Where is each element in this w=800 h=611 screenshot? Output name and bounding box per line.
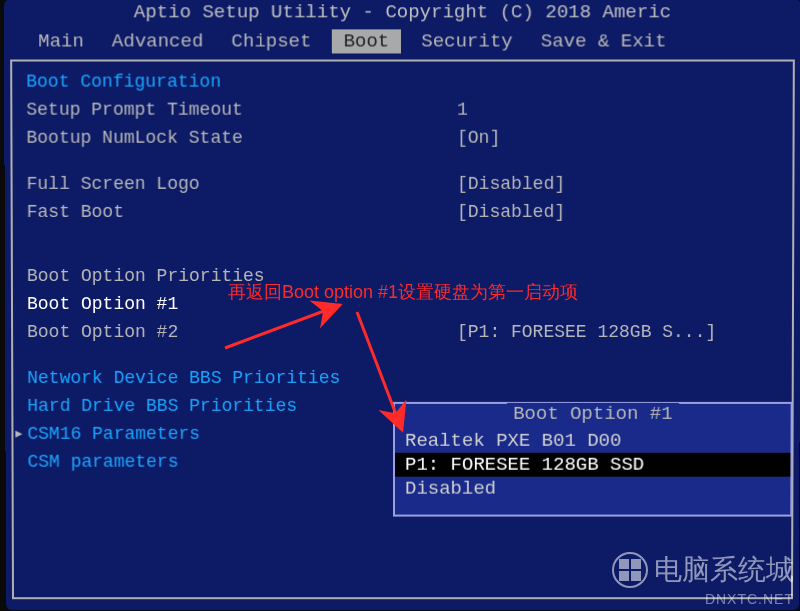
watermark: 电脑系统城 [612, 551, 794, 589]
label-fast-boot: Fast Boot [27, 198, 457, 226]
label-boot-option-2: Boot Option #2 [27, 318, 457, 346]
value-boot-option-2: [P1: FORESEE 128GB S...] [457, 318, 716, 346]
watermark-text: 电脑系统城 [654, 551, 794, 589]
bios-screen: Aptio Setup Utility - Copyright (C) 2018… [4, 0, 800, 610]
menu-chipset[interactable]: Chipset [223, 29, 319, 53]
menu-boot[interactable]: Boot [331, 29, 401, 53]
boot-option-popup: Boot Option #1 Realtek PXE B01 D00 P1: F… [393, 402, 793, 517]
menu-security[interactable]: Security [413, 29, 520, 53]
row-full-screen-logo[interactable]: Full Screen Logo [Disabled] [27, 170, 779, 198]
watermark-icon [612, 552, 648, 588]
popup-item-foresee[interactable]: P1: FORESEE 128GB SSD [395, 453, 790, 477]
label-net-bbs: Network Device BBS Priorities [27, 364, 457, 392]
value-bootup-numlock: [On] [457, 124, 500, 152]
bios-title: Aptio Setup Utility - Copyright (C) 2018… [4, 0, 800, 27]
menu-main[interactable]: Main [30, 29, 92, 53]
row-fast-boot[interactable]: Fast Boot [Disabled] [27, 198, 779, 226]
popup-item-realtek[interactable]: Realtek PXE B01 D00 [395, 429, 791, 453]
row-bootup-numlock[interactable]: Bootup NumLock State [On] [26, 124, 778, 152]
annotation-text: 再返回Boot option #1设置硬盘为第一启动项 [228, 280, 578, 304]
label-bootup-numlock: Bootup NumLock State [26, 124, 457, 152]
value-full-screen-logo: [Disabled] [457, 170, 565, 198]
boot-config-title: Boot Configuration [26, 72, 779, 92]
submenu-arrow-icon: ▸ [13, 420, 27, 448]
row-net-bbs[interactable]: Network Device BBS Priorities [27, 364, 778, 392]
popup-title: Boot Option #1 [507, 403, 679, 425]
boot-panel: Boot Configuration Setup Prompt Timeout … [10, 60, 795, 600]
label-full-screen-logo: Full Screen Logo [27, 170, 458, 198]
popup-item-disabled[interactable]: Disabled [395, 477, 790, 501]
row-setup-prompt-timeout[interactable]: Setup Prompt Timeout 1 [26, 96, 778, 124]
value-setup-prompt-timeout: 1 [457, 96, 468, 124]
row-boot-option-2[interactable]: Boot Option #2 [P1: FORESEE 128GB S...] [27, 318, 778, 346]
menu-advanced[interactable]: Advanced [104, 29, 212, 53]
value-fast-boot: [Disabled] [457, 198, 565, 226]
watermark-sub: DNXTC.NET [705, 591, 794, 607]
menu-save-exit[interactable]: Save & Exit [533, 29, 675, 53]
label-setup-prompt-timeout: Setup Prompt Timeout [26, 96, 457, 124]
popup-body: Realtek PXE B01 D00 P1: FORESEE 128GB SS… [395, 425, 791, 515]
menu-bar: Main Advanced Chipset Boot Security Save… [4, 27, 800, 59]
